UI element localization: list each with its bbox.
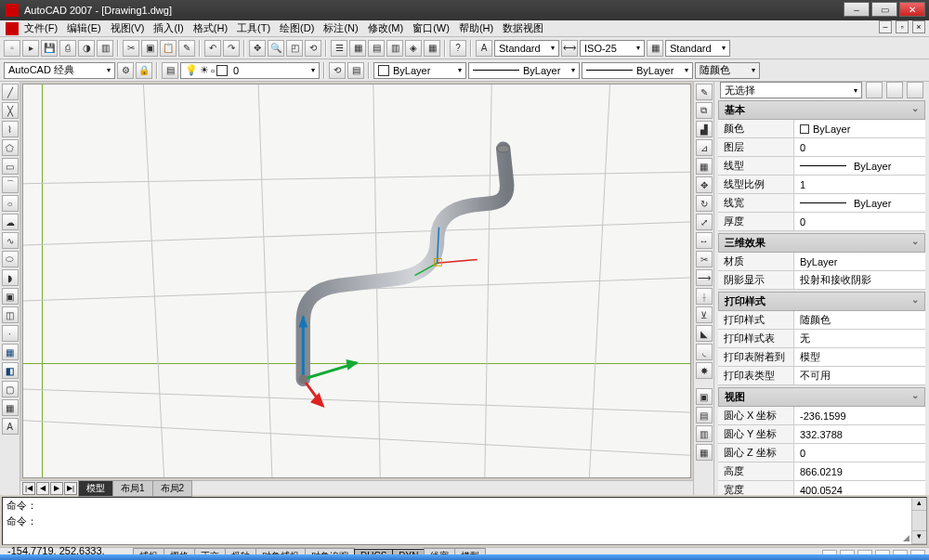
new-icon[interactable]: ▫ (4, 40, 20, 57)
dim-style-select[interactable]: ISO-25 (580, 40, 645, 57)
view-icon[interactable]: ▣ (696, 388, 713, 405)
property-value[interactable]: 投射和接收阴影 (794, 271, 925, 289)
command-scrollbar[interactable]: ▴ ▾ (911, 498, 926, 544)
close-button[interactable]: ✕ (899, 2, 925, 17)
property-value[interactable]: 866.0219 (794, 462, 925, 480)
property-value[interactable]: ByLayer (794, 253, 925, 270)
menu-file[interactable]: 文件(F) (24, 21, 58, 35)
property-value[interactable]: 0 (794, 138, 925, 156)
polygon-icon[interactable]: ⬠ (2, 139, 19, 156)
property-row[interactable]: 线型ByLayer (718, 157, 925, 176)
array-icon[interactable]: ▦ (696, 158, 713, 175)
property-value[interactable]: 无 (794, 330, 925, 347)
tab-layout1[interactable]: 布局1 (112, 480, 153, 497)
mdi-close-button[interactable]: × (912, 20, 925, 33)
maximize-button[interactable]: ▭ (871, 2, 897, 17)
region-icon[interactable]: ▢ (2, 381, 19, 397)
property-row[interactable]: 圆心 Y 坐标332.3788 (718, 425, 925, 444)
erase-icon[interactable]: ✎ (696, 84, 713, 100)
property-row[interactable]: 打印表附着到模型 (718, 348, 925, 367)
offset-icon[interactable]: ⊿ (696, 139, 713, 156)
menu-help[interactable]: 帮助(H) (459, 21, 493, 35)
copy-icon[interactable]: ▣ (141, 40, 158, 57)
lineweight-select[interactable]: ByLayer (582, 62, 693, 79)
plot-preview-icon[interactable]: ◑ (78, 40, 95, 57)
dimstyle-icon[interactable]: ⟷ (561, 40, 578, 57)
workspace-settings-icon[interactable]: ⚙ (117, 62, 134, 79)
property-row[interactable]: 高度866.0219 (718, 462, 925, 481)
property-value[interactable]: 0 (794, 444, 925, 462)
copy2-icon[interactable]: ⧉ (696, 102, 713, 119)
property-value[interactable]: 不可用 (794, 367, 925, 384)
scale-icon[interactable]: ⤢ (696, 214, 713, 230)
property-row[interactable]: 厚度0 (718, 213, 925, 231)
print-icon[interactable]: ⎙ (59, 40, 76, 57)
drawing-canvas[interactable] (22, 84, 691, 478)
property-row[interactable]: 线型比例1 (718, 176, 925, 194)
menu-insert[interactable]: 插入(I) (153, 21, 183, 35)
property-section-header[interactable]: 三维效果 (718, 233, 925, 253)
property-section-header[interactable]: 视图 (718, 387, 925, 407)
scroll-down-icon[interactable]: ▾ (912, 531, 926, 544)
property-section-header[interactable]: 打印样式 (718, 292, 925, 311)
property-value[interactable]: 1 (794, 176, 925, 193)
text-style-select[interactable]: Standard (494, 40, 559, 57)
property-row[interactable]: 图层0 (718, 138, 925, 157)
ellipse-arc-icon[interactable]: ◗ (2, 269, 19, 286)
property-value[interactable]: 0 (794, 213, 925, 230)
pickadd-icon[interactable] (886, 82, 903, 98)
view2-icon[interactable]: ▤ (696, 407, 713, 423)
mdi-restore-button[interactable]: ▫ (896, 20, 909, 33)
menu-window[interactable]: 窗口(W) (412, 21, 450, 35)
zoom-rt-icon[interactable]: 🔍 (268, 40, 284, 57)
arc-icon[interactable]: ⌒ (2, 176, 19, 193)
property-value[interactable]: 332.3788 (794, 425, 925, 443)
property-row[interactable]: 打印表类型不可用 (718, 367, 925, 385)
menu-dataview[interactable]: 数据视图 (503, 21, 543, 35)
line-icon[interactable]: ╱ (2, 84, 19, 100)
undo-icon[interactable]: ↶ (204, 40, 221, 57)
property-value[interactable]: 随颜色 (794, 311, 925, 329)
properties-icon[interactable]: ☰ (331, 40, 347, 57)
property-row[interactable]: 打印样式随颜色 (718, 311, 925, 330)
explode-icon[interactable]: ✸ (696, 362, 713, 379)
stretch-icon[interactable]: ↔ (696, 232, 713, 249)
select-objects-icon[interactable] (907, 82, 923, 98)
layer-prev-icon[interactable]: ⟲ (329, 62, 346, 79)
menu-format[interactable]: 格式(H) (193, 21, 228, 35)
property-row[interactable]: 打印样式表无 (718, 330, 925, 348)
trim-icon[interactable]: ✂ (696, 251, 713, 267)
color-select[interactable]: ByLayer (373, 62, 466, 79)
tool-palette-icon[interactable]: ▤ (368, 40, 385, 57)
xline-icon[interactable]: ╳ (2, 102, 19, 119)
menu-dim[interactable]: 标注(N) (323, 21, 358, 35)
menu-view[interactable]: 视图(V) (111, 21, 145, 35)
menu-tools[interactable]: 工具(T) (237, 21, 270, 35)
menu-edit[interactable]: 编辑(E) (67, 21, 101, 35)
plotcolor-select[interactable]: 随颜色 (695, 62, 760, 79)
extend-icon[interactable]: ⟶ (696, 269, 713, 286)
sheet-set-icon[interactable]: ▥ (386, 40, 403, 57)
hatch-icon[interactable]: ▦ (2, 344, 19, 360)
command-window[interactable]: 命令： 命令： ▴ ▾ ◢ (2, 497, 927, 545)
open-icon[interactable]: ▸ (22, 40, 39, 57)
table-icon[interactable]: ▦ (2, 399, 19, 416)
property-row[interactable]: 颜色ByLayer (718, 120, 925, 138)
match-icon[interactable]: ✎ (178, 40, 195, 57)
minimize-button[interactable]: – (844, 2, 870, 17)
block-icon[interactable]: ◫ (2, 306, 19, 323)
paste-icon[interactable]: 📋 (160, 40, 177, 57)
property-value[interactable]: -236.1599 (794, 407, 925, 424)
property-value[interactable]: ByLayer (794, 157, 925, 175)
view4-icon[interactable]: ▦ (696, 444, 713, 461)
property-row[interactable]: 材质ByLayer (718, 253, 925, 271)
spline-icon[interactable]: ∿ (2, 232, 19, 249)
chamfer-icon[interactable]: ◣ (696, 325, 713, 342)
menu-draw[interactable]: 绘图(D) (280, 21, 314, 35)
tab-nav-next[interactable]: ▶ (50, 482, 63, 495)
circle-icon[interactable]: ○ (2, 195, 19, 212)
property-row[interactable]: 线宽ByLayer (718, 194, 925, 213)
pan-icon[interactable]: ✥ (249, 40, 266, 57)
property-row[interactable]: 宽度400.0524 (718, 481, 925, 495)
move-icon[interactable]: ✥ (696, 176, 713, 193)
